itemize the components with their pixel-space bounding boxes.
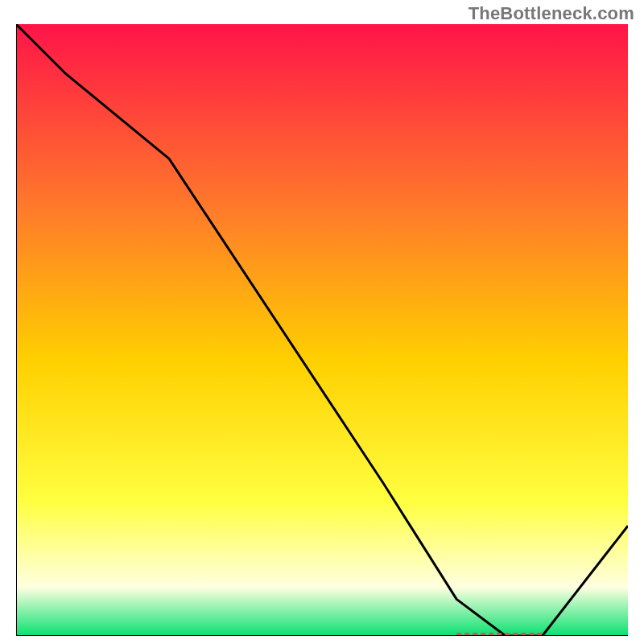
chart-container: TheBottleneck.com (0, 0, 644, 644)
chart-svg (16, 24, 628, 636)
watermark-text: TheBottleneck.com (469, 3, 634, 24)
plot-area (16, 24, 628, 636)
heat-background (16, 24, 628, 636)
